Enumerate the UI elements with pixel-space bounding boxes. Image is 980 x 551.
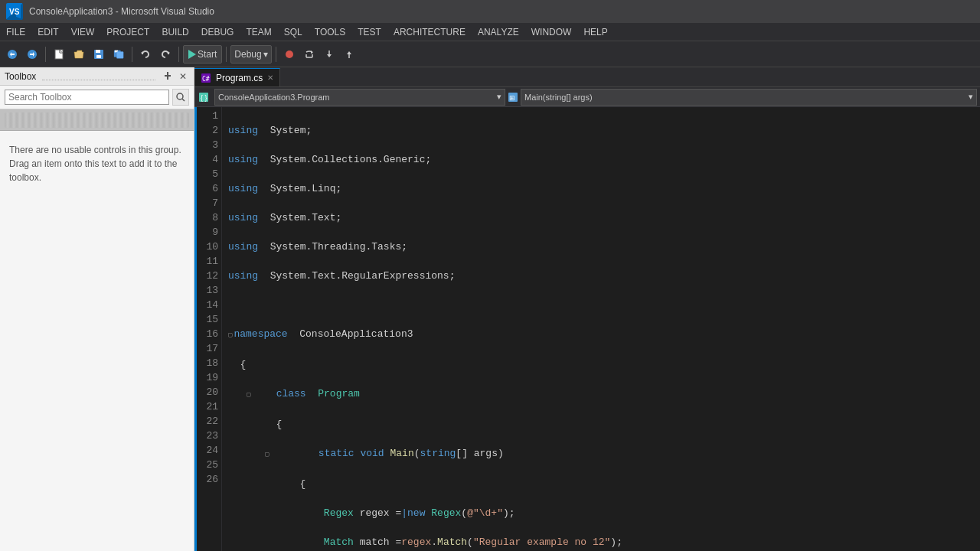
tab-program-cs[interactable]: C# Program.cs ✕: [194, 68, 280, 86]
nav-bar: { } ConsoleApplication3.Program ▾ ⊞ Main…: [194, 87, 980, 107]
title-bar-text: ConsoleApplication3 - Microsoft Visual S…: [29, 6, 214, 17]
save-button[interactable]: [90, 45, 108, 64]
class-dropdown-arrow: ▾: [497, 92, 501, 102]
menu-sql[interactable]: SQL: [278, 23, 309, 41]
svg-marker-29: [347, 51, 351, 54]
svg-point-33: [177, 93, 183, 99]
svg-line-34: [182, 99, 185, 101]
svg-text:{ }: { }: [201, 94, 207, 102]
back-button[interactable]: [3, 45, 21, 64]
menu-team[interactable]: TEAM: [240, 23, 277, 41]
save-all-button[interactable]: [109, 45, 128, 64]
svg-rect-10: [55, 50, 63, 59]
toolbox-panel: Toolbox ✕ There are no usable controls i…: [0, 67, 194, 551]
code-content[interactable]: using System; using System.Collections.G…: [222, 107, 980, 551]
editor-tabs: C# Program.cs ✕: [194, 67, 980, 87]
class-dropdown-value: ConsoleApplication3.Program: [218, 93, 330, 102]
toolbox-pin-button[interactable]: [162, 70, 174, 83]
svg-rect-31: [165, 75, 171, 77]
debug-label: Debug: [234, 49, 261, 60]
toolbox-header-icons: ✕: [162, 70, 189, 83]
svg-marker-20: [188, 50, 196, 59]
menu-bar: FILE EDIT VIEW PROJECT BUILD DEBUG TEAM …: [0, 23, 980, 41]
menu-architecture[interactable]: ARCHITECTURE: [387, 23, 472, 41]
svg-text:⊞: ⊞: [509, 94, 515, 102]
toolbox-title: Toolbox: [5, 71, 36, 82]
svg-marker-27: [327, 54, 332, 57]
menu-view[interactable]: VIEW: [65, 23, 101, 41]
class-icon: { }: [198, 91, 210, 103]
toolbar-separator-1: [45, 47, 46, 62]
menu-file[interactable]: FILE: [0, 23, 31, 41]
toolbox-search-input[interactable]: [5, 90, 169, 105]
open-file-button[interactable]: [70, 45, 88, 64]
step-out-button[interactable]: [340, 45, 358, 64]
stop-debug-button[interactable]: [23, 45, 41, 64]
member-dropdown-arrow: ▾: [969, 92, 973, 102]
svg-marker-22: [311, 51, 313, 54]
toolbar-separator-5: [276, 47, 276, 62]
step-over-button[interactable]: [300, 45, 318, 64]
svg-rect-32: [167, 77, 168, 80]
menu-edit[interactable]: EDIT: [31, 23, 64, 41]
menu-analyze[interactable]: ANALYZE: [472, 23, 525, 41]
debug-config-button[interactable]: Debug ▾: [230, 45, 271, 64]
editor-area: C# Program.cs ✕ { } ConsoleApplication3.…: [194, 67, 980, 551]
debug-arrow-icon: ▾: [263, 49, 268, 60]
svg-text:C#: C#: [202, 76, 210, 83]
redo-button[interactable]: [156, 45, 175, 64]
start-label: Start: [198, 49, 217, 60]
svg-rect-9: [30, 54, 33, 55]
toolbox-close-button[interactable]: ✕: [177, 70, 189, 83]
svg-text:VS: VS: [9, 8, 20, 16]
breakpoint-margin: [194, 107, 199, 551]
class-dropdown[interactable]: ConsoleApplication3.Program ▾: [214, 89, 505, 106]
tab-label: Program.cs: [216, 73, 263, 83]
csharp-file-icon: C#: [201, 73, 211, 83]
svg-rect-14: [96, 55, 101, 58]
line-numbers: 1234567891011121314151617181920212223242…: [199, 107, 222, 551]
svg-rect-13: [96, 50, 100, 53]
toolbox-search-button[interactable]: [172, 89, 189, 106]
menu-test[interactable]: TEST: [351, 23, 387, 41]
code-editor[interactable]: 1234567891011121314151617181920212223242…: [194, 107, 980, 551]
title-bar: VS ConsoleApplication3 - Microsoft Visua…: [0, 0, 980, 23]
toolbox-search-area: [0, 86, 194, 109]
step-into-button[interactable]: [320, 45, 338, 64]
toolbox-header: Toolbox ✕: [0, 67, 194, 86]
new-file-button[interactable]: [50, 45, 68, 64]
toolbar-separator-2: [132, 47, 132, 62]
toolbar-separator-4: [226, 47, 227, 62]
menu-window[interactable]: WINDOW: [525, 23, 578, 41]
breakpoint-button[interactable]: [280, 45, 299, 64]
main-content: Toolbox ✕ There are no usable controls i…: [0, 67, 980, 551]
member-dropdown-value: Main(string[] args): [524, 93, 593, 102]
toolbox-image-strip: [0, 109, 194, 131]
menu-help[interactable]: HELP: [577, 23, 613, 41]
toolbar-separator-3: [178, 47, 179, 62]
start-button[interactable]: Start: [183, 45, 222, 64]
member-icon: ⊞: [507, 91, 519, 103]
svg-point-21: [286, 51, 293, 58]
svg-rect-17: [116, 51, 123, 58]
undo-button[interactable]: [136, 45, 155, 64]
menu-build[interactable]: BUILD: [155, 23, 194, 41]
tab-close-button[interactable]: ✕: [267, 73, 273, 82]
menu-project[interactable]: PROJECT: [100, 23, 155, 41]
menu-debug[interactable]: DEBUG: [195, 23, 240, 41]
selection-indicator: [194, 107, 197, 551]
menu-tools[interactable]: TOOLS: [309, 23, 351, 41]
member-dropdown[interactable]: Main(string[] args) ▾: [521, 89, 977, 106]
vs-logo: VS: [6, 3, 23, 20]
svg-rect-6: [11, 54, 15, 55]
toolbar: Start Debug ▾: [0, 41, 980, 67]
toolbox-empty-message: There are no usable controls in this gro…: [0, 131, 194, 197]
